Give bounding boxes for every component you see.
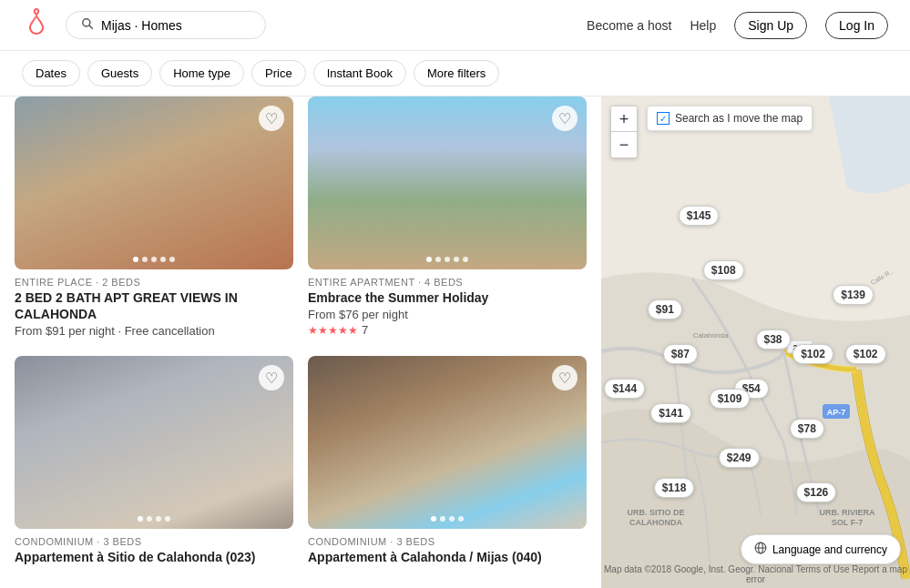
listing-card[interactable]: ♡ ENTIRE APARTMENT · 4 BEDS Embrace the … [308, 96, 587, 341]
login-button[interactable]: Log In [825, 12, 888, 39]
carousel-dots [15, 516, 293, 522]
listings-grid: ♡ ENTIRE PLACE · 2 BEDS 2 BED 2 BATH APT… [15, 96, 587, 572]
listing-price: From $91 per night · Free cancellation [15, 324, 293, 338]
price-pin[interactable]: $102 [845, 344, 886, 364]
dates-filter[interactable]: Dates [22, 60, 80, 86]
dot [435, 257, 441, 262]
listing-title: Embrace the Summer Holiday [308, 289, 587, 306]
carousel-dots [308, 516, 587, 522]
price-pin[interactable]: $91 [648, 299, 682, 319]
price-pin[interactable]: $249 [719, 448, 760, 468]
guests-filter[interactable]: Guests [87, 60, 152, 86]
svg-text:CALAHONDA: CALAHONDA [629, 518, 682, 527]
help-link[interactable]: Help [690, 18, 716, 33]
price-pin[interactable]: $102 [792, 344, 833, 364]
instant-book-filter[interactable]: Instant Book [313, 60, 406, 86]
search-icon [81, 17, 94, 33]
rating-count: 7 [362, 323, 368, 337]
listing-price: From $76 per night [308, 308, 587, 321]
search-as-move-control[interactable]: Search as I move the map [647, 106, 813, 131]
zoom-out-button[interactable]: − [611, 132, 637, 157]
carousel-dots [308, 257, 587, 262]
dot [142, 257, 148, 262]
become-host-link[interactable]: Become a host [587, 18, 671, 33]
listing-info: ENTIRE APARTMENT · 4 BEDS Embrace the Su… [308, 269, 587, 340]
map-panel[interactable]: URB. SITIO DE CALAHONDA URB. RIVIERA SOL… [601, 96, 910, 588]
price-filter[interactable]: Price [251, 60, 306, 86]
price-pin[interactable]: $38 [756, 329, 791, 350]
listings-panel: ♡ ENTIRE PLACE · 2 BEDS 2 BED 2 BATH APT… [0, 96, 601, 588]
home-type-filter[interactable]: Home type [159, 60, 244, 86]
dot [445, 257, 450, 262]
language-currency-button[interactable]: Language and currency [741, 534, 901, 564]
map-zoom-controls: + − [610, 106, 638, 158]
listing-image [308, 356, 587, 529]
language-currency-label: Language and currency [772, 543, 887, 556]
price-pin[interactable]: $118 [654, 478, 695, 498]
stars-icon: ★★★★★ [308, 324, 358, 337]
listing-title: Appartement à Sitio de Calahonda (023) [15, 549, 293, 565]
listing-info: ENTIRE PLACE · 2 BEDS 2 BED 2 BATH APT G… [15, 269, 293, 341]
listing-type: CONDOMINIUM · 3 BEDS [15, 536, 293, 547]
svg-text:Calahonda: Calahonda [693, 331, 729, 340]
dot [449, 516, 455, 522]
listing-card[interactable]: ♡ ENTIRE PLACE · 2 BEDS 2 BED 2 BATH APT… [15, 96, 293, 341]
carousel-dots [15, 257, 293, 262]
price-pin[interactable]: $108 [703, 260, 744, 280]
airbnb-logo[interactable] [22, 7, 51, 43]
listing-info: CONDOMINIUM · 3 BEDS Appartement à Calah… [308, 529, 587, 571]
dot [426, 257, 432, 262]
signup-button[interactable]: Sign Up [734, 12, 807, 39]
svg-text:SOL F-7: SOL F-7 [832, 518, 863, 527]
listing-title: 2 BED 2 BATH APT GREAT VIEWS IN CALAHOND… [15, 289, 293, 322]
listing-info: CONDOMINIUM · 3 BEDS Appartement à Sitio… [15, 529, 293, 571]
svg-text:URB. RIVIERA: URB. RIVIERA [819, 508, 875, 517]
dot [160, 257, 166, 262]
listing-title: Appartement à Calahonda / Mijas (040) [308, 549, 587, 565]
listing-image [15, 96, 293, 269]
price-pin[interactable]: $139 [833, 285, 874, 305]
more-filters-filter[interactable]: More filters [414, 60, 499, 86]
price-pin[interactable]: $144 [604, 379, 645, 399]
listing-image-wrapper: ♡ [15, 96, 293, 269]
globe-icon [754, 542, 767, 557]
price-pin[interactable]: $87 [663, 344, 698, 364]
dot [151, 257, 157, 262]
header: Become a host Help Sign Up Log In [0, 0, 910, 51]
price-pin[interactable]: $78 [790, 419, 824, 439]
zoom-in-button[interactable]: + [611, 106, 637, 132]
listing-card[interactable]: ♡ CONDOMINIUM · 3 BEDS Appartement à Cal… [308, 356, 587, 571]
dot [454, 257, 459, 262]
price-pin[interactable]: $126 [796, 482, 837, 502]
search-bar[interactable] [66, 11, 266, 39]
map-attribution: Map data ©2018 Google, Inst. Geogr. Naci… [601, 564, 910, 584]
dot [431, 516, 436, 522]
dot [138, 516, 143, 522]
listing-rating: ★★★★★ 7 [308, 323, 587, 337]
search-input[interactable] [101, 18, 256, 33]
svg-line-1 [89, 25, 93, 29]
listing-image-wrapper: ♡ [15, 356, 293, 529]
wishlist-button[interactable]: ♡ [552, 106, 578, 131]
dot [133, 257, 138, 262]
dot [169, 257, 175, 262]
dot [458, 516, 464, 522]
main-content: ♡ ENTIRE PLACE · 2 BEDS 2 BED 2 BATH APT… [0, 96, 910, 588]
price-pin[interactable]: $145 [679, 206, 720, 226]
listing-type: ENTIRE PLACE · 2 BEDS [15, 277, 293, 288]
listing-card[interactable]: ♡ CONDOMINIUM · 3 BEDS Appartement à Sit… [15, 356, 293, 571]
dot [165, 516, 170, 522]
svg-text:AP-7: AP-7 [827, 408, 846, 417]
search-as-move-label: Search as I move the map [675, 112, 803, 125]
price-pin[interactable]: $141 [650, 403, 691, 423]
wishlist-button[interactable]: ♡ [259, 106, 284, 131]
header-left [22, 7, 266, 43]
price-pin[interactable]: $109 [710, 389, 751, 409]
filter-bar: Dates Guests Home type Price Instant Boo… [0, 51, 910, 96]
listing-image-wrapper: ♡ [308, 96, 587, 269]
listing-image [15, 356, 293, 529]
listing-type: CONDOMINIUM · 3 BEDS [308, 536, 587, 547]
search-as-move-checkbox[interactable] [657, 112, 670, 125]
dot [147, 516, 152, 522]
svg-point-0 [83, 19, 90, 26]
